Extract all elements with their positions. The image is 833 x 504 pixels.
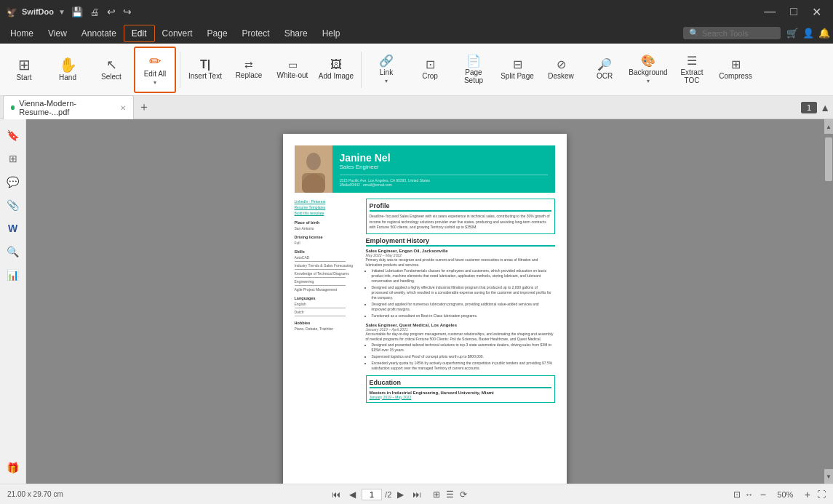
job2-bullets: Designed and presented tailored technica…: [366, 343, 555, 371]
tool-compress[interactable]: ⊞ Compress: [714, 47, 757, 93]
job2-bullet-1: Designed and presented tailored technica…: [372, 343, 555, 353]
search-input[interactable]: [702, 29, 775, 38]
next-page-button[interactable]: ▶: [394, 488, 407, 501]
tool-deskew[interactable]: ⊘ Deskew: [540, 47, 582, 93]
last-page-button[interactable]: ⏭: [410, 488, 424, 501]
tool-start[interactable]: ⊞ Start: [3, 47, 45, 93]
close-button[interactable]: ✕: [806, 4, 827, 20]
tab-scroll-up-icon[interactable]: ▲: [820, 102, 830, 113]
notification-icon[interactable]: 🔔: [818, 28, 830, 39]
education-title: Education: [370, 379, 551, 388]
page-number-input[interactable]: [362, 489, 382, 500]
left-sidebar: 🔖 ⊞ 💬 📎 W 🔍 📊 🎁: [0, 119, 26, 484]
skill-bar-3: [295, 277, 346, 278]
resume-left-column: LinkedIn · Pinterest Resume Templates Bu…: [295, 199, 360, 403]
link-templates: Resume Templates: [295, 204, 360, 210]
background-arrow: ▾: [647, 78, 650, 84]
edit-all-arrow: ▾: [154, 79, 156, 86]
menu-view[interactable]: View: [41, 25, 74, 41]
job1-bullet-3: Designed and applied for numerous lubric…: [372, 302, 555, 312]
menu-share[interactable]: Share: [277, 25, 315, 41]
tab-label: Vienna-Modern-Resume-...pdf: [19, 99, 113, 116]
tool-edit-all[interactable]: ✏ Edit All ▾: [134, 47, 176, 93]
maximize-button[interactable]: □: [784, 4, 803, 20]
sidebar-attachments-icon[interactable]: 📎: [3, 195, 23, 215]
first-page-button[interactable]: ⏮: [329, 488, 343, 501]
skills-industry: Industry Trends & Sales Forecasting: [295, 263, 360, 268]
new-tab-button[interactable]: ＋: [134, 100, 154, 115]
separator-1: [180, 52, 180, 88]
scroll-thumb[interactable]: [825, 137, 832, 181]
extract-toc-icon: ☰: [687, 55, 697, 67]
continuous-view-icon[interactable]: ☰: [446, 489, 454, 500]
zoom-in-button[interactable]: +: [802, 489, 813, 500]
zoom-out-button[interactable]: −: [758, 489, 768, 500]
job2-bullet-2: Supervised logistics and Proof of concep…: [372, 354, 555, 359]
tool-split-page[interactable]: ⊟ Split Page: [496, 47, 538, 93]
tool-page-setup[interactable]: 📄 Page Setup: [453, 47, 495, 93]
link-label: Link: [380, 68, 393, 76]
prev-page-button[interactable]: ◀: [346, 488, 359, 501]
dropdown-arrow-icon[interactable]: ▼: [58, 8, 65, 16]
menu-help[interactable]: Help: [315, 25, 348, 41]
search-box[interactable]: 🔍: [683, 27, 781, 39]
menu-page[interactable]: Page: [200, 25, 235, 41]
hobbies-section: Hobbies Piano, Debate, Triathlon: [295, 321, 360, 331]
undo-icon[interactable]: ↩: [107, 6, 116, 17]
scroll-down-button[interactable]: ▼: [824, 469, 833, 484]
tool-ocr[interactable]: 🔎 OCR: [583, 47, 626, 93]
total-pages: /2: [385, 490, 391, 499]
sidebar-pages-icon[interactable]: ⊞: [3, 148, 23, 169]
skills-agile: Agile Project Management: [295, 287, 360, 292]
tool-background[interactable]: 🎨 Background ▾: [627, 47, 669, 93]
menu-protect[interactable]: Protect: [235, 25, 277, 41]
fit-width-icon[interactable]: ↔: [745, 489, 754, 500]
scroll-up-button[interactable]: ▲: [824, 119, 833, 134]
page-navigation: ⏮ ◀ /2 ▶ ⏭ ⊞ ☰ ⟳: [329, 488, 467, 501]
sidebar-comments-icon[interactable]: 💬: [3, 172, 23, 192]
tool-white-out[interactable]: ▭ White-out: [271, 47, 314, 93]
resume-name: Janine Nel: [340, 152, 548, 164]
sidebar-bookmark-icon[interactable]: 🔖: [3, 125, 23, 145]
fullscreen-icon[interactable]: ⛶: [817, 489, 826, 500]
minimize-button[interactable]: —: [758, 4, 781, 20]
tool-hand[interactable]: ✋ Hand: [47, 47, 89, 93]
sidebar-gift-icon[interactable]: 🎁: [3, 457, 23, 478]
tool-extract-toc[interactable]: ☰ Extract TOC: [671, 47, 713, 93]
print-icon[interactable]: 🖨: [90, 7, 100, 17]
tab-document[interactable]: Vienna-Modern-Resume-...pdf ✕: [3, 95, 134, 119]
menu-convert[interactable]: Convert: [155, 25, 200, 41]
add-image-icon: 🖼: [330, 59, 342, 71]
cart-icon[interactable]: 🛒: [786, 28, 798, 39]
rotate-view-icon[interactable]: ⟳: [460, 489, 467, 500]
tabs-bar: Vienna-Modern-Resume-...pdf ✕ ＋ 1 ▲: [0, 96, 833, 119]
edit-all-label: Edit All: [144, 70, 167, 78]
tool-select[interactable]: ↖ Select: [90, 47, 132, 93]
driving-label: Driving license: [295, 235, 360, 239]
main-layout: 🔖 ⊞ 💬 📎 W 🔍 📊 🎁 ▲ ▼: [0, 119, 833, 484]
account-icon[interactable]: 👤: [802, 28, 814, 39]
tool-link[interactable]: 🔗 Link ▾: [365, 47, 407, 93]
redo-icon[interactable]: ↪: [123, 6, 132, 17]
skills-autocad: AutoCAD: [295, 255, 360, 260]
menu-home[interactable]: Home: [3, 25, 41, 41]
sidebar-chart-icon[interactable]: 📊: [3, 265, 23, 285]
fit-page-icon[interactable]: ⊡: [733, 489, 741, 500]
zoom-controls: ⊡ ↔ − 50% + ⛶: [733, 489, 826, 500]
resume-photo: [295, 145, 332, 193]
menu-annotate[interactable]: Annotate: [74, 25, 124, 41]
tool-crop[interactable]: ⊡ Crop: [409, 47, 451, 93]
tool-insert-text[interactable]: T| Insert Text: [184, 47, 226, 93]
tab-close-icon[interactable]: ✕: [120, 104, 126, 112]
sidebar-search-icon[interactable]: 🔍: [3, 241, 23, 262]
save-icon[interactable]: 💾: [71, 7, 83, 17]
menu-edit[interactable]: Edit: [124, 25, 155, 42]
document-scroll[interactable]: Janine Nel Sales Engineer 1515 Pacific A…: [26, 119, 833, 484]
resume-name-block: Janine Nel Sales Engineer 1515 Pacific A…: [332, 145, 555, 193]
page-setup-icon: 📄: [466, 55, 481, 67]
tool-replace[interactable]: ⇄ Replace: [228, 47, 270, 93]
view-mode-icon[interactable]: ⊞: [433, 489, 440, 500]
sidebar-word-icon[interactable]: W: [3, 218, 23, 239]
ocr-label: OCR: [597, 72, 613, 80]
tool-add-image[interactable]: 🖼 Add Image: [315, 47, 357, 93]
